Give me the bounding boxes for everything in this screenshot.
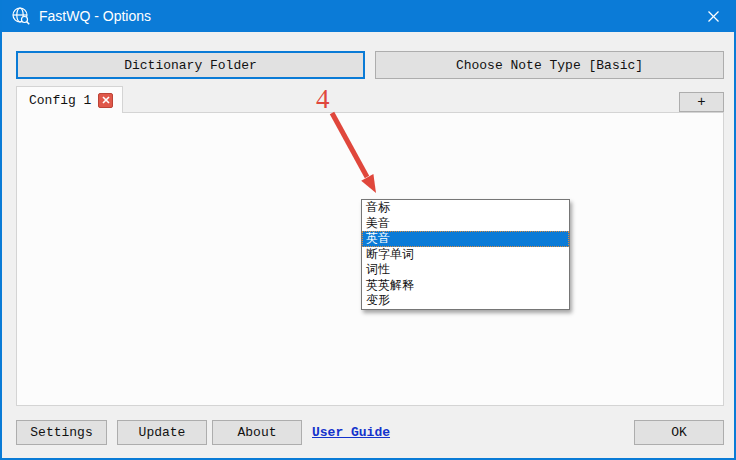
tab-close-button[interactable] [98, 93, 113, 108]
dropdown-option[interactable]: 美音 [362, 216, 569, 232]
ok-button[interactable]: OK [634, 420, 724, 445]
dropdown-option[interactable]: 音标 [362, 200, 569, 216]
dictionary-folder-button[interactable]: Dictionary Folder [16, 51, 365, 79]
close-icon [102, 96, 110, 104]
update-button[interactable]: Update [117, 420, 207, 445]
choose-note-type-button[interactable]: Choose Note Type [Basic] [375, 51, 724, 79]
close-icon [708, 11, 719, 22]
fields-dropdown-list: 音标美音英音断字单词词性英英解释变形 [361, 199, 570, 310]
dropdown-option[interactable]: 英音 [362, 231, 569, 247]
annotation-step-number: 4 [316, 84, 330, 115]
app-globe-search-icon [11, 6, 31, 26]
window-close-button[interactable] [690, 0, 736, 32]
dropdown-option[interactable]: 断字单词 [362, 247, 569, 263]
titlebar: FastWQ - Options [0, 0, 736, 32]
add-config-button[interactable]: + [679, 92, 724, 112]
dropdown-option[interactable]: 英英解释 [362, 278, 569, 294]
tab-config-1[interactable]: Config 1 [16, 86, 123, 113]
user-guide-link[interactable]: User Guide [312, 425, 390, 440]
about-button[interactable]: About [212, 420, 302, 445]
tab-label: Config 1 [29, 93, 91, 108]
options-dialog: FastWQ - Options Dictionary Folder Choos… [0, 0, 736, 460]
settings-button[interactable]: Settings [16, 420, 107, 445]
window-title: FastWQ - Options [39, 8, 151, 24]
dropdown-option[interactable]: 变形 [362, 293, 569, 309]
dropdown-option[interactable]: 词性 [362, 262, 569, 278]
